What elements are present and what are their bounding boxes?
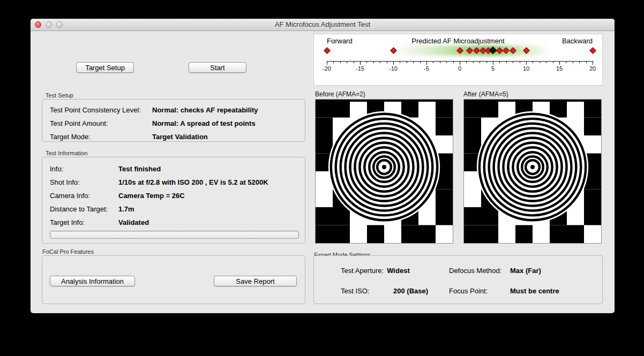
- axis-tick: [400, 61, 400, 63]
- test-setup-caption: Test Setup: [46, 92, 73, 99]
- row-value: Validated: [118, 218, 149, 226]
- axis-tick: [354, 61, 354, 63]
- row-label: Test Aperture:: [341, 267, 384, 275]
- row-value: Normal: checks AF repeatability: [152, 106, 258, 114]
- row-value: Test finished: [118, 165, 161, 173]
- axis-tick: [413, 61, 414, 63]
- expert-mode-group: Test Aperture:Widest Defocus Method:Max …: [313, 255, 603, 304]
- test-setup-group: Test Point Consistency Level: Normal: ch…: [42, 99, 305, 142]
- test-setup-row: Target Mode: Target Validation: [42, 133, 305, 141]
- row-value: 1/10s at f/2.8 with ISO 200 , EV is 5.2 …: [118, 178, 268, 186]
- before-image-label: Before (AFMA=2): [315, 90, 365, 98]
- focus-target-image: [316, 100, 453, 243]
- axis-tick: [579, 61, 580, 63]
- row-value: 200 (Base): [393, 287, 428, 295]
- axis-tick: [327, 61, 327, 65]
- test-information-group: Info: Test finished Shot Info: 1/10s at …: [42, 157, 305, 244]
- afma-prediction-chart: Forward Predicted AF Microadjustment Bac…: [313, 34, 603, 86]
- axis-tick: [473, 61, 474, 63]
- axis-tick: [499, 61, 500, 63]
- axis-tick: [380, 61, 380, 63]
- test-info-row: Target Info: Validated: [42, 218, 305, 227]
- axis-tick: [533, 61, 533, 63]
- row-label: Test Point Amount:: [50, 119, 108, 127]
- axis-tick-label: 0: [451, 65, 469, 72]
- axis-tick: [373, 61, 374, 63]
- row-label: Defocus Method:: [449, 267, 507, 275]
- expert-cell: Defocus Method:Max (Far): [449, 267, 541, 275]
- axis-tick-label: 15: [550, 65, 568, 72]
- test-information-caption: Test Information: [46, 150, 87, 156]
- row-value: 1.7m: [118, 205, 134, 213]
- axis-tick: [407, 61, 407, 63]
- window-content: Target Setup Start Forward Predicted AF …: [31, 31, 615, 313]
- row-label: Target Mode:: [50, 133, 91, 141]
- row-label: Shot Info:: [50, 178, 80, 186]
- axis-tick: [559, 61, 560, 65]
- axis-tick: [360, 61, 361, 65]
- target-setup-button[interactable]: Target Setup: [76, 62, 134, 73]
- save-report-button[interactable]: Save Report: [214, 276, 297, 286]
- analysis-information-button[interactable]: Analysis Information: [50, 276, 135, 286]
- axis-tick: [446, 61, 447, 63]
- axis-tick: [506, 61, 507, 63]
- axis-tick: [387, 61, 387, 63]
- axis-tick-label: -10: [384, 65, 402, 72]
- axis-tick: [333, 61, 334, 63]
- row-value: Normal: A spread of test points: [152, 119, 256, 127]
- row-label: Test Point Consistency Level:: [50, 106, 141, 114]
- axis-tick: [520, 61, 520, 63]
- axis-tick: [426, 61, 427, 65]
- expert-cell: Test ISO:200 (Base): [341, 287, 428, 295]
- afma-marker: [324, 47, 331, 54]
- axis-tick: [480, 61, 480, 63]
- row-value: Must be centre: [510, 287, 559, 295]
- chart-backward-label: Backward: [562, 37, 593, 45]
- focal-pro-caption: FoCal Pro Features: [42, 248, 94, 255]
- axis-tick: [486, 61, 487, 63]
- row-label: Target Info:: [50, 218, 85, 226]
- after-image-label: After (AFMA=5): [463, 90, 508, 98]
- axis-tick: [453, 61, 454, 63]
- axis-tick-label: -5: [417, 65, 436, 72]
- focus-target-image: [464, 100, 601, 243]
- axis-tick: [526, 61, 527, 65]
- progress-bar: [50, 231, 299, 239]
- afma-marker: [589, 47, 596, 54]
- window-title: AF Microfocus Adjustment Test: [31, 20, 615, 28]
- start-button[interactable]: Start: [189, 62, 246, 73]
- focal-pro-group: Analysis Information Save Report: [42, 255, 305, 304]
- row-value: Target Validation: [152, 133, 208, 141]
- row-label: Info:: [50, 165, 63, 173]
- axis-tick: [440, 61, 440, 63]
- row-label: Distance to Target:: [50, 205, 108, 213]
- axis-tick-label: 20: [583, 65, 602, 72]
- axis-tick-label: 10: [517, 65, 535, 72]
- axis-tick: [347, 61, 347, 63]
- before-target-panel: [315, 99, 453, 244]
- title-bar[interactable]: AF Microfocus Adjustment Test: [31, 19, 615, 31]
- expert-cell: Focus Point:Must be centre: [449, 287, 559, 295]
- row-label: Test ISO:: [341, 287, 390, 295]
- axis-tick: [546, 61, 546, 63]
- test-info-row: Shot Info: 1/10s at f/2.8 with ISO 200 ,…: [42, 178, 305, 187]
- test-info-row: Distance to Target: 1.7m: [42, 205, 305, 214]
- app-window: AF Microfocus Adjustment Test Target Set…: [31, 19, 615, 313]
- axis-tick-label: -15: [351, 65, 369, 72]
- axis-tick: [420, 61, 421, 63]
- row-value: Max (Far): [510, 267, 541, 275]
- row-value: Widest: [387, 267, 410, 275]
- chart-title: Predicted AF Microadjustment: [314, 37, 602, 45]
- test-info-row: Camera Info: Camera Temp = 26C: [42, 192, 305, 200]
- axis-tick-label: -20: [318, 65, 336, 72]
- axis-tick: [540, 61, 540, 63]
- axis-tick: [566, 61, 566, 63]
- axis-tick: [340, 61, 341, 63]
- axis-tick: [513, 61, 513, 63]
- expert-cell: Test Aperture:Widest: [341, 267, 410, 275]
- axis-tick: [493, 61, 493, 65]
- axis-tick: [586, 61, 587, 63]
- row-label: Camera Info:: [50, 192, 90, 200]
- test-setup-row: Test Point Amount: Normal: A spread of t…: [42, 119, 305, 128]
- row-label: Focus Point:: [449, 287, 507, 295]
